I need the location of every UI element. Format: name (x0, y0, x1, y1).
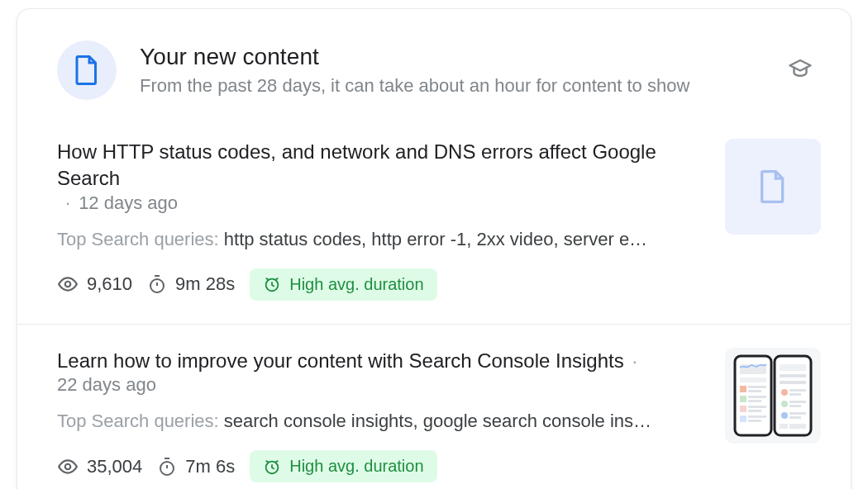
svg-rect-33 (789, 416, 801, 419)
svg-rect-29 (789, 401, 806, 403)
card-header: Your new content From the past 28 days, … (17, 9, 851, 115)
content-item-title: Learn how to improve your content with S… (57, 348, 624, 374)
svg-rect-26 (789, 389, 806, 392)
svg-rect-17 (748, 410, 761, 412)
top-queries-value: http status codes, http error -1, 2xx vi… (224, 229, 647, 249)
content-item-main: Learn how to improve your content with S… (57, 348, 702, 482)
svg-rect-12 (740, 396, 746, 402)
views-value: 9,610 (87, 273, 132, 295)
high-duration-badge: High avg. duration (250, 268, 436, 301)
svg-rect-24 (780, 381, 806, 384)
eye-icon (57, 456, 79, 477)
svg-point-0 (65, 282, 71, 287)
badge-text: High avg. duration (289, 457, 423, 476)
duration-stat: 7m 6s (157, 456, 235, 477)
svg-rect-16 (748, 406, 766, 408)
content-item-age: 12 days ago (79, 192, 178, 214)
svg-rect-9 (740, 386, 746, 392)
svg-point-31 (781, 412, 788, 419)
content-item-age: 22 days ago (57, 374, 156, 396)
stats-line: 35,004 7m 6s (57, 450, 702, 482)
separator-dot: · (57, 192, 79, 214)
page-icon (74, 55, 99, 85)
content-item[interactable]: How HTTP status codes, and network and D… (17, 115, 851, 324)
card-subtitle: From the past 28 days, it can take about… (140, 75, 760, 97)
content-item-main: How HTTP status codes, and network and D… (57, 139, 702, 301)
svg-rect-14 (748, 400, 761, 402)
top-queries-label: Top Search queries: (57, 411, 224, 431)
top-queries-value: search console insights, google search c… (224, 411, 651, 431)
svg-rect-23 (780, 374, 806, 377)
alarm-icon (263, 275, 281, 293)
content-thumbnail (725, 348, 821, 444)
page-icon (759, 170, 787, 203)
svg-rect-11 (748, 390, 761, 392)
svg-rect-19 (748, 415, 766, 418)
content-item[interactable]: Learn how to improve your content with S… (17, 324, 851, 489)
duration-value: 9m 28s (175, 273, 235, 295)
stopwatch-icon (147, 274, 167, 294)
top-queries: Top Search queries: search console insig… (57, 411, 702, 432)
new-content-card: Your new content From the past 28 days, … (17, 8, 851, 489)
learn-more-button[interactable] (783, 51, 818, 89)
svg-rect-15 (740, 406, 746, 412)
content-list: How HTTP status codes, and network and D… (17, 115, 851, 489)
svg-rect-20 (748, 420, 761, 422)
svg-rect-27 (789, 393, 801, 396)
svg-rect-13 (748, 396, 766, 398)
svg-rect-10 (748, 386, 766, 388)
graduation-cap-icon (788, 56, 813, 81)
views-stat: 35,004 (57, 456, 142, 477)
svg-rect-30 (789, 405, 801, 407)
svg-point-25 (781, 389, 788, 396)
header-text: Your new content From the past 28 days, … (140, 44, 760, 97)
content-item-title: How HTTP status codes, and network and D… (57, 139, 702, 192)
top-queries-label: Top Search queries: (57, 229, 224, 249)
content-item-title-line: Learn how to improve your content with S… (57, 348, 702, 396)
views-value: 35,004 (87, 456, 142, 477)
svg-rect-35 (789, 424, 806, 429)
svg-point-3 (65, 463, 71, 469)
duration-value: 7m 6s (185, 456, 235, 477)
content-thumbnail (725, 139, 821, 235)
stopwatch-icon (157, 457, 177, 477)
page-icon-badge (57, 40, 117, 100)
svg-rect-32 (789, 412, 806, 415)
stats-line: 9,610 9m 28s (57, 268, 702, 301)
svg-rect-34 (780, 424, 788, 429)
svg-point-28 (781, 401, 788, 407)
top-queries: Top Search queries: http status codes, h… (57, 229, 702, 250)
views-stat: 9,610 (57, 273, 132, 295)
svg-rect-18 (740, 415, 746, 422)
svg-rect-22 (780, 364, 806, 371)
content-item-title-line: How HTTP status codes, and network and D… (57, 139, 702, 214)
badge-text: High avg. duration (289, 275, 423, 294)
high-duration-badge: High avg. duration (250, 450, 436, 482)
phone-mockup-icon (725, 348, 821, 444)
eye-icon (57, 273, 79, 295)
duration-stat: 9m 28s (147, 273, 235, 295)
alarm-icon (263, 458, 281, 476)
separator-dot: · (624, 351, 646, 373)
card-title: Your new content (140, 44, 760, 70)
svg-rect-8 (740, 377, 766, 382)
